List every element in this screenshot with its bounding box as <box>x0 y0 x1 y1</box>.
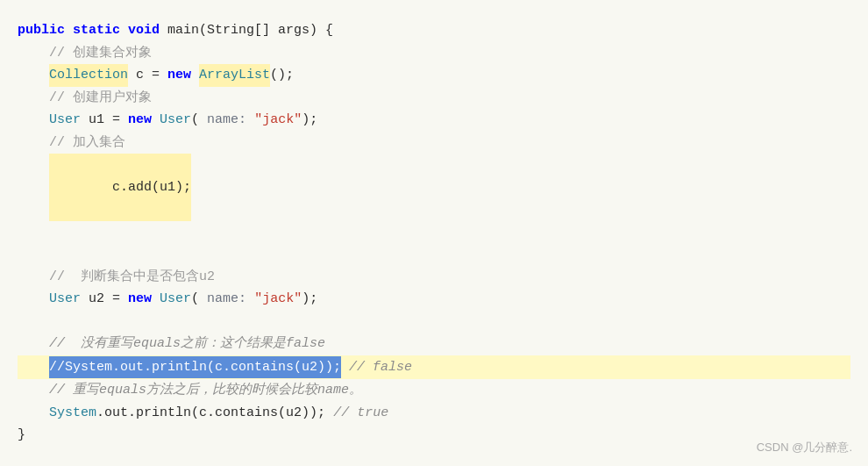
comment-add: // 加入集合 <box>49 132 125 154</box>
selected-commented-code: //System.out.println(c.contains(u2)); <box>49 356 341 379</box>
keyword-void: void <box>128 19 160 42</box>
comment-create-collection: // 创建集合对象 <box>49 42 152 65</box>
line-user2-init: User u2 = new User ( name: "jack" ); <box>18 288 850 311</box>
code-container: public static void main(String[] args) {… <box>0 0 868 466</box>
keyword-public: public <box>18 19 65 42</box>
line-comment-no-override: // 没有重写equals之前：这个结果是false <box>18 333 850 355</box>
comment-no-override: // 没有重写equals之前：这个结果是false <box>49 333 325 355</box>
type-arraylist: ArrayList <box>199 68 270 82</box>
comment-false: // false <box>341 356 412 379</box>
string-jack-2: "jack" <box>254 288 302 311</box>
method-out: out <box>104 402 128 425</box>
line-main-signature: public static void main(String[] args) { <box>18 19 850 42</box>
named-param-1: name: <box>207 109 246 132</box>
line-println-true: System . out . println (c.contains(u2));… <box>18 402 850 425</box>
line-cadd: c.add(u1); <box>18 154 850 221</box>
type-user2-constructor: User <box>160 288 191 311</box>
code-block: public static void main(String[] args) {… <box>18 9 850 457</box>
line-empty-2 <box>18 243 850 266</box>
keyword-new-2: new <box>128 109 152 132</box>
type-user1: User <box>49 109 81 132</box>
line-comment-after-override: // 重写equals方法之后，比较的时候会比较name。 <box>18 379 850 402</box>
keyword-new-3: new <box>128 288 152 311</box>
type-collection: Collection <box>49 68 128 82</box>
line-comment-create-collection: // 创建集合对象 <box>18 42 850 65</box>
comment-after-override: // 重写equals方法之后，比较的时候会比较name。 <box>49 379 362 402</box>
comment-true: // true <box>325 402 388 425</box>
line-comment-add: // 加入集合 <box>18 132 850 154</box>
line-comment-create-user: // 创建用户对象 <box>18 87 850 110</box>
type-system: System <box>49 402 96 425</box>
named-param-2: name: <box>207 288 246 311</box>
line-empty-3 <box>18 311 850 333</box>
keyword-new-1: new <box>167 64 191 87</box>
comment-check: // 判断集合中是否包含u2 <box>49 266 215 289</box>
string-jack-1: "jack" <box>254 109 302 132</box>
highlight-cadd: c.add(u1); <box>49 154 191 221</box>
line-empty-1 <box>18 221 850 244</box>
type-user1-constructor: User <box>160 109 191 132</box>
highlight-arraylist: ArrayList <box>199 64 270 87</box>
highlight-collection: Collection <box>49 64 128 87</box>
line-commented-println: //System.out.println(c.contains(u2)); //… <box>18 355 850 380</box>
line-collection-init: Collection c = new ArrayList (); <box>18 64 850 87</box>
keyword-static: static <box>73 19 120 42</box>
type-user2: User <box>49 288 81 311</box>
line-close-brace: } <box>18 424 850 447</box>
comment-create-user: // 创建用户对象 <box>49 87 152 110</box>
method-println: println <box>136 402 191 425</box>
watermark: CSDN @几分醉意. <box>757 440 852 455</box>
line-comment-check: // 判断集合中是否包含u2 <box>18 266 850 289</box>
line-user1-init: User u1 = new User ( name: "jack" ); <box>18 109 850 132</box>
